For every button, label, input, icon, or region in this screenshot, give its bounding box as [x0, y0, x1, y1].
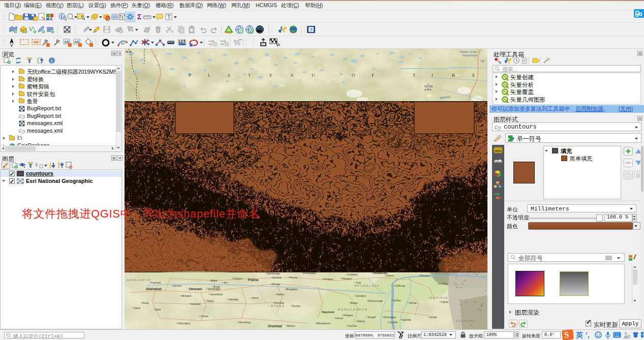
svg-text:Saharsa: Saharsa	[272, 276, 282, 279]
svg-text:T: T	[413, 73, 416, 78]
svg-text:Dispur: Dispur	[386, 274, 394, 277]
svg-text:Nawada: Nawada	[229, 298, 238, 301]
svg-text:Imphal: Imphal	[441, 300, 448, 303]
svg-text:L: L	[208, 73, 211, 78]
svg-text:Agartala: Agartala	[402, 318, 411, 321]
svg-text:Dumka: Dumka	[292, 304, 300, 307]
svg-text:Dimapur: Dimapur	[420, 274, 430, 277]
svg-text:Kohima: Kohima	[439, 282, 447, 285]
svg-text:M E G H A L A Y A: M E G H A L A Y A	[354, 284, 379, 287]
svg-text:abo: abo	[495, 161, 501, 164]
svg-text:Daltonganj: Daltonganj	[178, 322, 190, 325]
svg-text:Buxar: Buxar	[213, 285, 220, 288]
svg-text:Ara: Ara	[224, 281, 228, 284]
svg-text:Purnia: Purnia	[290, 276, 297, 279]
svg-text:i: i	[51, 58, 53, 64]
svg-text:B I H A R: B I H A R	[271, 304, 285, 307]
svg-text:Σ: Σ	[137, 13, 141, 21]
svg-text:Sirajganj: Sirajganj	[343, 314, 353, 317]
svg-text:Banka: Banka	[277, 293, 284, 296]
svg-text:Fatehpur: Fatehpur	[151, 281, 161, 284]
svg-text:Q: Q	[240, 29, 243, 34]
svg-text:Bokaro: Bokaro	[287, 324, 295, 327]
svg-text:Baharampur: Baharampur	[317, 322, 331, 325]
svg-text:I: I	[432, 73, 433, 78]
svg-text:B A N G L A D E S H: B A N G L A D E S H	[338, 307, 367, 311]
svg-text:ε: ε	[36, 162, 38, 167]
svg-text:V: V	[66, 27, 69, 33]
svg-text:Sidhi: Sidhi	[155, 308, 161, 311]
svg-text:A: A	[290, 73, 294, 78]
svg-text:Rajshahi: Rajshahi	[322, 311, 334, 314]
svg-text:Satna: Satna	[134, 306, 140, 310]
svg-text:Patna: Patna	[248, 277, 259, 282]
svg-text:Gaya: Gaya	[207, 299, 214, 302]
svg-text:a: a	[50, 16, 52, 21]
svg-text:Gorwa: Gorwa	[201, 315, 208, 318]
svg-text:at Risk: at Risk	[424, 88, 432, 91]
svg-text:Jahanabad: Jahanabad	[210, 293, 223, 296]
svg-text:N A G A L A N D: N A G A L A N D	[436, 272, 457, 275]
svg-text:A R P R A D E S H: A R P R A D E S H	[127, 279, 150, 282]
svg-text:Yan: Yan	[480, 59, 485, 63]
svg-text:Dinajpur: Dinajpur	[324, 277, 333, 281]
svg-text:Hazaribag: Hazaribag	[239, 321, 251, 324]
svg-text:B: B	[452, 73, 455, 78]
svg-text:i: i	[61, 14, 63, 19]
svg-text:Q: Q	[250, 29, 253, 34]
svg-text:HCN: HCN	[126, 50, 132, 53]
svg-text:Silchar: Silchar	[409, 301, 417, 304]
svg-text:XY: XY	[121, 42, 125, 45]
svg-text:500,000: 500,000	[424, 85, 433, 88]
svg-text:P: P	[189, 73, 191, 78]
svg-text:Source of the: Source of the	[460, 50, 477, 53]
svg-text:Bhagalpur: Bhagalpur	[286, 288, 298, 291]
svg-text:Mymensingh: Mymensingh	[369, 299, 383, 302]
svg-text:Bogra: Bogra	[351, 301, 358, 304]
svg-text:Tangail: Tangail	[367, 316, 376, 319]
svg-text:O: O	[352, 73, 355, 78]
svg-text:M A N I P U R: M A N I P U R	[430, 296, 448, 299]
svg-text:V: V	[29, 26, 34, 32]
svg-text:Kishanganj: Kishanganj	[303, 271, 316, 274]
svg-text:A: A	[227, 73, 231, 78]
svg-text:Darbhanga: Darbhanga	[267, 272, 280, 275]
svg-text:T: T	[167, 14, 171, 20]
svg-text:Ballia: Ballia	[211, 279, 217, 282]
svg-text:AB: AB	[65, 40, 70, 44]
svg-text:Munger: Munger	[272, 283, 281, 286]
svg-text:Jamui: Jamui	[252, 296, 258, 299]
svg-text:Jaunpur: Jaunpur	[173, 284, 182, 287]
svg-text:Goalpara: Goalpara	[347, 273, 358, 276]
svg-text:T: T	[248, 73, 251, 78]
svg-text:Chapra: Chapra	[234, 277, 242, 280]
svg-text:?: ?	[310, 27, 313, 33]
svg-text:Varanasi: Varanasi	[189, 287, 202, 291]
svg-text:Deoghar: Deoghar	[274, 301, 285, 304]
svg-text:Tura: Tura	[356, 281, 361, 284]
svg-text:Mirzapur: Mirzapur	[181, 294, 192, 297]
svg-text:Jamalpur: Jamalpur	[356, 294, 366, 297]
svg-text:E: E	[269, 73, 272, 78]
svg-text:123: 123	[178, 39, 186, 44]
svg-text:Kushtia: Kushtia	[348, 324, 357, 327]
svg-text:Pabna: Pabna	[357, 320, 365, 323]
svg-text:Guwahati: Guwahati	[373, 271, 387, 274]
svg-text:U: U	[312, 73, 315, 78]
svg-text:AB: AB	[75, 40, 80, 44]
svg-text:Dhanbad: Dhanbad	[268, 324, 282, 328]
svg-text:Ishurdi: Ishurdi	[335, 317, 343, 320]
svg-text:Rangpur: Rangpur	[342, 277, 352, 280]
svg-text:F: F	[372, 73, 374, 78]
svg-text:Rewa: Rewa	[142, 301, 149, 304]
svg-text:Kishorganj: Kishorganj	[384, 316, 396, 319]
svg-text:Aizawl: Aizawl	[430, 316, 437, 319]
svg-text:Yellow River: Yellow River	[462, 54, 477, 57]
svg-text:Sylhet: Sylhet	[393, 299, 401, 302]
svg-text:Allahabad: Allahabad	[146, 287, 162, 291]
svg-text:E: E	[472, 73, 475, 78]
svg-text:Shillong: Shillong	[395, 284, 405, 287]
svg-text:Sasaram: Sasaram	[191, 302, 201, 305]
svg-text:S A G A I N G: S A G A I N G	[456, 319, 475, 322]
svg-text:Comilla: Comilla	[389, 321, 397, 324]
